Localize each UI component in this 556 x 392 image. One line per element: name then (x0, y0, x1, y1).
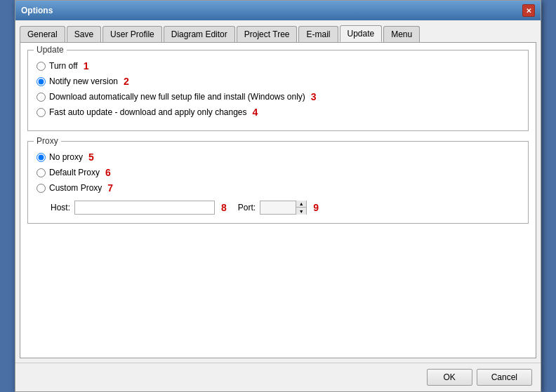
port-label: Port: (238, 203, 256, 212)
tab-update[interactable]: Update (340, 25, 383, 42)
badge-7: 7 (107, 182, 113, 194)
badge-9: 9 (313, 202, 319, 213)
radio-row-default-proxy: Default Proxy 6 (37, 167, 519, 178)
radio-turn-off[interactable] (37, 62, 46, 71)
radio-row-turn-off: Turn off 1 (37, 60, 519, 72)
port-input[interactable]: 0 (260, 201, 296, 214)
port-spinner: 0 ▲ ▼ (260, 201, 307, 215)
window-title: Options (21, 6, 53, 15)
host-label: Host: (51, 203, 70, 212)
proxy-group-label: Proxy (34, 136, 61, 146)
badge-2: 2 (124, 76, 129, 87)
window-body: General Save User Profile Diagram Editor… (15, 20, 541, 363)
radio-notify-new[interactable] (37, 77, 46, 86)
spinner-down-button[interactable]: ▼ (296, 208, 306, 215)
proxy-group: Proxy No proxy 5 Default Proxy 6 Custom … (27, 141, 529, 224)
update-group-label: Update (34, 45, 67, 55)
tab-project-tree[interactable]: Project Tree (237, 26, 298, 42)
title-bar: Options ✕ (15, 1, 541, 20)
tab-content: Update Turn off 1 Notify new version 2 D… (20, 43, 536, 358)
radio-custom-proxy[interactable] (37, 184, 46, 193)
badge-1: 1 (84, 60, 89, 72)
options-dialog: Options ✕ General Save User Profile Diag… (15, 0, 541, 392)
radio-fast-auto[interactable] (37, 108, 46, 117)
close-button[interactable]: ✕ (522, 4, 535, 17)
badge-5: 5 (88, 151, 94, 163)
radio-row-notify-new: Notify new version 2 (37, 76, 519, 87)
label-notify-new[interactable]: Notify new version (49, 76, 118, 86)
spinner-buttons: ▲ ▼ (296, 201, 306, 215)
tab-general[interactable]: General (20, 26, 65, 42)
label-fast-auto[interactable]: Fast auto update - download and apply on… (49, 107, 247, 117)
label-default-proxy[interactable]: Default Proxy (49, 168, 100, 177)
tab-diagram-editor[interactable]: Diagram Editor (164, 26, 235, 42)
radio-default-proxy[interactable] (37, 168, 46, 177)
radio-download-auto[interactable] (37, 93, 46, 102)
update-group: Update Turn off 1 Notify new version 2 D… (27, 50, 529, 131)
spinner-up-button[interactable]: ▲ (296, 201, 306, 208)
host-input[interactable] (74, 201, 215, 215)
bottom-bar: OK Cancel (15, 363, 541, 391)
ok-button[interactable]: OK (427, 369, 472, 386)
radio-row-no-proxy: No proxy 5 (37, 151, 519, 163)
badge-8: 8 (221, 202, 227, 213)
host-port-row: Host: 8 Port: 0 ▲ ▼ 9 (51, 201, 519, 215)
badge-3: 3 (311, 91, 317, 102)
radio-row-fast-auto: Fast auto update - download and apply on… (37, 107, 519, 118)
cancel-button[interactable]: Cancel (477, 369, 532, 386)
tab-user-profile[interactable]: User Profile (102, 26, 162, 42)
label-download-auto[interactable]: Download automatically new full setup fi… (49, 92, 305, 102)
tab-menu[interactable]: Menu (383, 26, 420, 42)
label-turn-off[interactable]: Turn off (49, 61, 78, 71)
tab-save[interactable]: Save (67, 26, 101, 42)
label-no-proxy[interactable]: No proxy (49, 152, 83, 162)
label-custom-proxy[interactable]: Custom Proxy (49, 183, 102, 193)
radio-row-download-auto: Download automatically new full setup fi… (37, 91, 519, 102)
badge-6: 6 (105, 167, 111, 178)
radio-no-proxy[interactable] (37, 153, 46, 162)
tabs-bar: General Save User Profile Diagram Editor… (20, 25, 536, 43)
badge-4: 4 (253, 107, 258, 118)
radio-row-custom-proxy: Custom Proxy 7 (37, 182, 519, 194)
tab-email[interactable]: E-mail (298, 26, 338, 42)
